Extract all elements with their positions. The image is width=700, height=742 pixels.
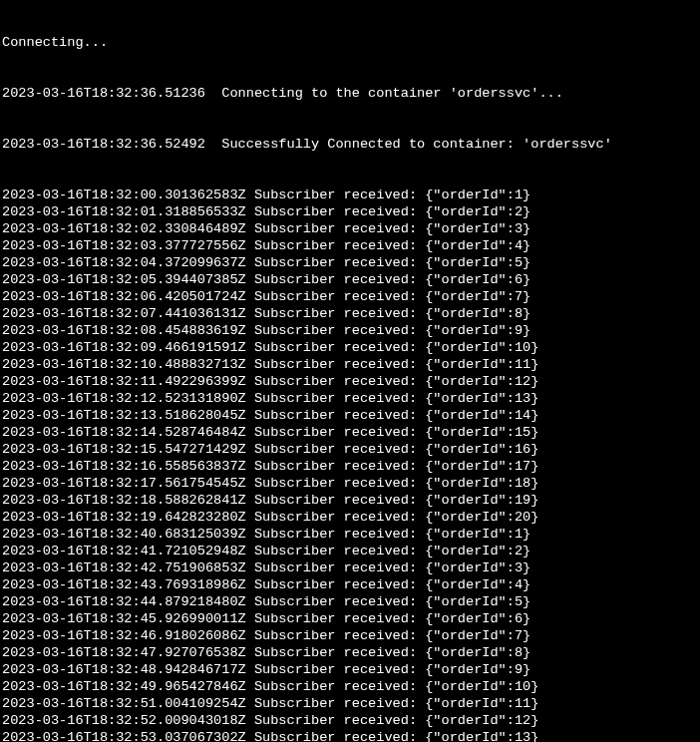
log-line: 2023-03-16T18:32:13.518628045Z Subscribe…: [2, 407, 698, 424]
log-line: 2023-03-16T18:32:46.918026086Z Subscribe…: [2, 627, 698, 644]
log-line: 2023-03-16T18:32:51.004109254Z Subscribe…: [2, 695, 698, 712]
terminal-output[interactable]: Connecting... 2023-03-16T18:32:36.51236 …: [0, 0, 700, 742]
log-line: 2023-03-16T18:32:01.318856533Z Subscribe…: [2, 203, 698, 220]
log-line: 2023-03-16T18:32:15.547271429Z Subscribe…: [2, 441, 698, 458]
log-line: 2023-03-16T18:32:52.009043018Z Subscribe…: [2, 712, 698, 729]
log-line: 2023-03-16T18:32:12.523131890Z Subscribe…: [2, 390, 698, 407]
log-line: 2023-03-16T18:32:18.588262841Z Subscribe…: [2, 492, 698, 509]
log-line: 2023-03-16T18:32:02.330846489Z Subscribe…: [2, 220, 698, 237]
status-connecting: Connecting...: [2, 34, 698, 51]
log-line: 2023-03-16T18:32:17.561754545Z Subscribe…: [2, 475, 698, 492]
log-line: 2023-03-16T18:32:40.683125039Z Subscribe…: [2, 526, 698, 543]
log-lines: 2023-03-16T18:32:00.301362583Z Subscribe…: [2, 186, 698, 742]
log-line: 2023-03-16T18:32:42.751906853Z Subscribe…: [2, 559, 698, 576]
log-line: 2023-03-16T18:32:08.454883619Z Subscribe…: [2, 322, 698, 339]
log-line: 2023-03-16T18:32:10.488832713Z Subscribe…: [2, 356, 698, 373]
log-line: 2023-03-16T18:32:06.420501724Z Subscribe…: [2, 288, 698, 305]
status-connect-attempt: 2023-03-16T18:32:36.51236 Connecting to …: [2, 85, 698, 102]
log-line: 2023-03-16T18:32:07.441036131Z Subscribe…: [2, 305, 698, 322]
log-line: 2023-03-16T18:32:19.642823280Z Subscribe…: [2, 509, 698, 526]
log-line: 2023-03-16T18:32:47.927076538Z Subscribe…: [2, 644, 698, 661]
log-line: 2023-03-16T18:32:14.528746484Z Subscribe…: [2, 424, 698, 441]
log-line: 2023-03-16T18:32:09.466191591Z Subscribe…: [2, 339, 698, 356]
log-line: 2023-03-16T18:32:04.372099637Z Subscribe…: [2, 254, 698, 271]
log-line: 2023-03-16T18:32:03.377727556Z Subscribe…: [2, 237, 698, 254]
log-line: 2023-03-16T18:32:53.037067302Z Subscribe…: [2, 729, 698, 742]
log-line: 2023-03-16T18:32:05.394407385Z Subscribe…: [2, 271, 698, 288]
log-line: 2023-03-16T18:32:41.721052948Z Subscribe…: [2, 543, 698, 559]
log-line: 2023-03-16T18:32:45.926990011Z Subscribe…: [2, 610, 698, 627]
log-line: 2023-03-16T18:32:11.492296399Z Subscribe…: [2, 373, 698, 390]
status-connected: 2023-03-16T18:32:36.52492 Successfully C…: [2, 136, 698, 153]
log-line: 2023-03-16T18:32:49.965427846Z Subscribe…: [2, 678, 698, 695]
log-line: 2023-03-16T18:32:43.769318986Z Subscribe…: [2, 576, 698, 593]
log-line: 2023-03-16T18:32:00.301362583Z Subscribe…: [2, 186, 698, 203]
log-line: 2023-03-16T18:32:48.942846717Z Subscribe…: [2, 661, 698, 678]
log-line: 2023-03-16T18:32:44.879218480Z Subscribe…: [2, 593, 698, 610]
log-line: 2023-03-16T18:32:16.558563837Z Subscribe…: [2, 458, 698, 475]
